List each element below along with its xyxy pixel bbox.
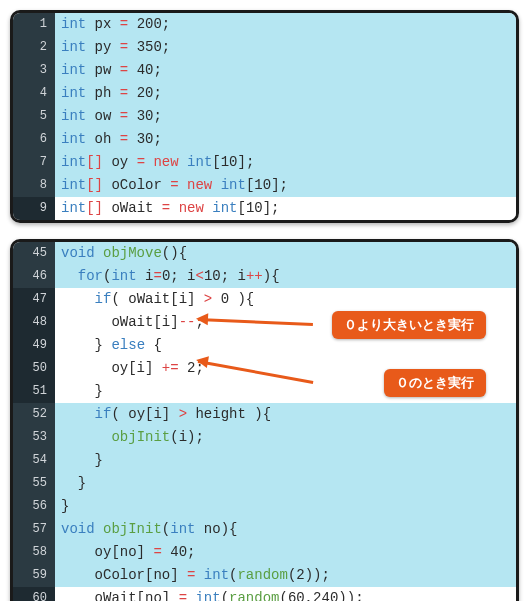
line-number: 52 — [13, 403, 55, 426]
code-line: 3int pw = 40; — [13, 59, 516, 82]
code-line: 50 oy[i] += 2; — [13, 357, 516, 380]
code-line: 46 for(int i=0; i<10; i++){ — [13, 265, 516, 288]
code-line: 57void objInit(int no){ — [13, 518, 516, 541]
code-content: int[] oy = new int[10]; — [55, 151, 516, 174]
code-line: 49 } else { — [13, 334, 516, 357]
line-number: 7 — [13, 151, 55, 174]
code-content: int[] oColor = new int[10]; — [55, 174, 516, 197]
line-number: 2 — [13, 36, 55, 59]
line-number: 49 — [13, 334, 55, 357]
line-number: 5 — [13, 105, 55, 128]
code-content: } — [55, 495, 516, 518]
code-line: 6int oh = 30; — [13, 128, 516, 151]
line-number: 48 — [13, 311, 55, 334]
code-line: 60 oWait[no] = int(random(60,240)); — [13, 587, 516, 601]
code-content: int px = 200; — [55, 13, 516, 36]
code-content: int[] oWait = new int[10]; — [55, 197, 516, 220]
code-line: 52 if( oy[i] > height ){ — [13, 403, 516, 426]
code-line: 9int[] oWait = new int[10]; — [13, 197, 516, 220]
code-content: } — [55, 449, 516, 472]
code-content: int py = 350; — [55, 36, 516, 59]
code-line: 59 oColor[no] = int(random(2)); — [13, 564, 516, 587]
code-line: 56} — [13, 495, 516, 518]
code-block-2: ０より大きいとき実行０のとき実行 45void objMove(){46 for… — [10, 239, 519, 601]
code-content: int ow = 30; — [55, 105, 516, 128]
line-number: 8 — [13, 174, 55, 197]
line-number: 58 — [13, 541, 55, 564]
line-number: 45 — [13, 242, 55, 265]
code-content: oColor[no] = int(random(2)); — [55, 564, 516, 587]
code-content: void objMove(){ — [55, 242, 516, 265]
line-number: 56 — [13, 495, 55, 518]
code-block-1: 1int px = 200;2int py = 350;3int pw = 40… — [10, 10, 519, 223]
line-number: 55 — [13, 472, 55, 495]
line-number: 46 — [13, 265, 55, 288]
code-content: if( oy[i] > height ){ — [55, 403, 516, 426]
code-content: oy[no] = 40; — [55, 541, 516, 564]
line-number: 1 — [13, 13, 55, 36]
code-line: 58 oy[no] = 40; — [13, 541, 516, 564]
code-content: void objInit(int no){ — [55, 518, 516, 541]
code-content: int ph = 20; — [55, 82, 516, 105]
code-line: 2int py = 350; — [13, 36, 516, 59]
code-line: 55 } — [13, 472, 516, 495]
code-content: oy[i] += 2; — [55, 357, 516, 380]
code-content: int oh = 30; — [55, 128, 516, 151]
code-content: } — [55, 472, 516, 495]
code-line: 4int ph = 20; — [13, 82, 516, 105]
code-content: for(int i=0; i<10; i++){ — [55, 265, 516, 288]
code-line: 48 oWait[i]--; — [13, 311, 516, 334]
line-number: 57 — [13, 518, 55, 541]
code-content: if( oWait[i] > 0 ){ — [55, 288, 516, 311]
line-number: 53 — [13, 426, 55, 449]
line-number: 47 — [13, 288, 55, 311]
code-line: 5int ow = 30; — [13, 105, 516, 128]
line-number: 51 — [13, 380, 55, 403]
line-number: 60 — [13, 587, 55, 601]
code-content: int pw = 40; — [55, 59, 516, 82]
code-content: } else { — [55, 334, 516, 357]
line-number: 50 — [13, 357, 55, 380]
code-content: oWait[no] = int(random(60,240)); — [55, 587, 516, 601]
code-line: 8int[] oColor = new int[10]; — [13, 174, 516, 197]
code-line: 1int px = 200; — [13, 13, 516, 36]
line-number: 6 — [13, 128, 55, 151]
line-number: 9 — [13, 197, 55, 220]
code-line: 54 } — [13, 449, 516, 472]
code-line: 51 } — [13, 380, 516, 403]
line-number: 4 — [13, 82, 55, 105]
code-content: objInit(i); — [55, 426, 516, 449]
code-content: } — [55, 380, 516, 403]
line-number: 59 — [13, 564, 55, 587]
code-content: oWait[i]--; — [55, 311, 516, 334]
line-number: 54 — [13, 449, 55, 472]
code-line: 47 if( oWait[i] > 0 ){ — [13, 288, 516, 311]
code-line: 53 objInit(i); — [13, 426, 516, 449]
code-line: 7int[] oy = new int[10]; — [13, 151, 516, 174]
line-number: 3 — [13, 59, 55, 82]
code-line: 45void objMove(){ — [13, 242, 516, 265]
